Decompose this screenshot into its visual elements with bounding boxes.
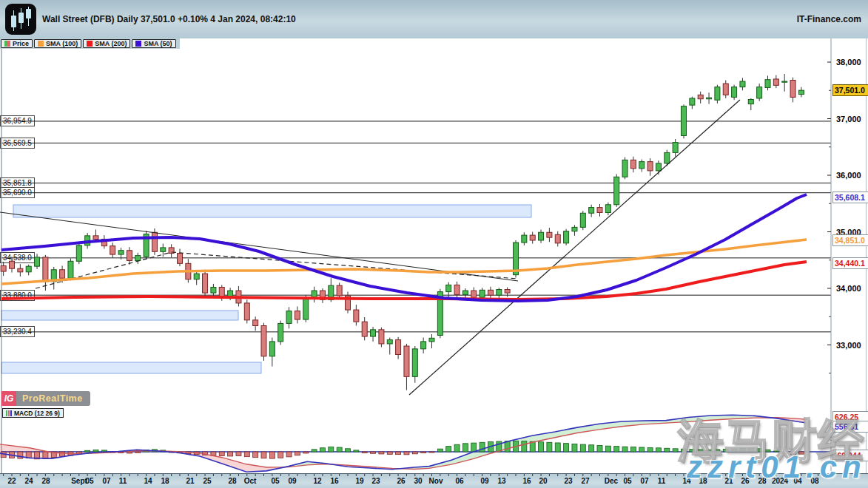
candle-body <box>798 90 804 94</box>
sma100-line <box>1 240 807 284</box>
macd-histogram-bar <box>421 452 426 453</box>
candle-body <box>656 163 661 171</box>
candle-body <box>371 330 376 336</box>
candle-body <box>161 248 166 251</box>
candle-body <box>404 346 409 376</box>
legend-sma100-button[interactable]: SMA (100) <box>34 39 81 48</box>
macd-histogram-bar <box>236 452 241 456</box>
date-label[interactable]: 11 <box>658 477 666 485</box>
macd-histogram-bar <box>127 452 132 453</box>
date-label[interactable]: 26 <box>397 477 405 485</box>
date-label[interactable]: 16 <box>522 477 531 485</box>
macd-histogram-bar <box>647 447 653 452</box>
axis-price-label: 33,000 <box>836 340 861 350</box>
date-label[interactable]: 28 <box>228 477 236 485</box>
candle-body <box>547 232 552 237</box>
candle-body <box>68 261 73 278</box>
candle-body <box>269 342 275 356</box>
candle-body <box>690 98 695 105</box>
macd-histogram-bar <box>597 445 602 452</box>
date-label[interactable]: 19 <box>355 477 363 485</box>
candle-body <box>446 285 451 291</box>
legend-sma200-button[interactable]: SMA (200) <box>83 39 130 48</box>
axis-price-label: 37,000 <box>836 114 861 124</box>
date-label[interactable]: 07 <box>640 477 648 485</box>
macd-histogram-bar <box>429 452 434 453</box>
candle-body <box>488 290 493 295</box>
legend-price-button[interactable]: Price <box>1 39 33 48</box>
date-label[interactable]: 13 <box>497 477 505 485</box>
macd-histogram-bar <box>379 452 384 454</box>
date-label[interactable]: 27 <box>581 477 589 485</box>
date-label[interactable]: Nov <box>429 477 443 485</box>
date-label[interactable]: 20 <box>539 477 547 485</box>
candle-body <box>454 285 460 294</box>
sma-value-badge: 34,851.0 <box>832 234 868 246</box>
candle-body <box>530 235 535 240</box>
chart-title: Wall Street (DFB) Daily 37,501.0 +0.10% … <box>42 0 296 38</box>
candle-body <box>379 330 384 344</box>
candle-body <box>630 160 636 168</box>
price-legend-row: Price SMA (100) SMA (200) SMA (50) <box>1 38 176 49</box>
macd-legend-button[interactable]: MACD (12 26 9) <box>2 408 64 418</box>
candle-body <box>76 245 81 261</box>
candle-body <box>286 311 292 324</box>
sma200-swatch-icon <box>87 41 92 47</box>
candle-body <box>10 261 15 268</box>
candle-body <box>480 290 485 297</box>
app-logo-icon <box>5 4 36 35</box>
date-label[interactable]: Dec <box>605 477 618 485</box>
candle-body <box>118 251 124 254</box>
date-label[interactable]: 14 <box>144 477 152 485</box>
date-label[interactable]: 11 <box>119 477 127 485</box>
trendline <box>409 100 740 395</box>
axis-price-label: 34,000 <box>836 283 861 294</box>
date-label[interactable]: 16 <box>330 477 338 485</box>
dashed-trendline <box>172 252 518 279</box>
sma-value-badge: 34,440.1 <box>832 257 868 269</box>
date-label[interactable]: 22 <box>7 477 16 485</box>
date-label[interactable]: Oct <box>244 477 257 485</box>
date-label[interactable]: 12 <box>313 477 321 485</box>
macd-histogram-bar <box>630 447 636 452</box>
candle-body <box>572 227 577 231</box>
macd-histogram-bar <box>437 449 443 452</box>
candle-body <box>152 232 157 251</box>
candle-body <box>471 291 477 297</box>
date-label[interactable]: 07 <box>102 477 110 485</box>
candle-body <box>732 87 737 98</box>
candle-body <box>60 270 65 278</box>
macd-histogram-bar <box>253 452 258 458</box>
candle-body <box>244 303 249 320</box>
date-label[interactable]: 28 <box>41 477 50 485</box>
date-label[interactable]: 23 <box>564 477 572 485</box>
date-label[interactable]: 18 <box>161 477 169 485</box>
legend-sma50-button[interactable]: SMA (50) <box>132 39 175 48</box>
candle-body <box>261 325 266 356</box>
sma100-swatch-icon <box>38 41 44 47</box>
date-label[interactable]: 25 <box>203 477 211 485</box>
candle-body <box>362 322 367 336</box>
date-label[interactable]: 23 <box>371 477 380 485</box>
date-label[interactable]: 05 <box>623 477 631 485</box>
candle-body <box>782 81 787 82</box>
date-label[interactable]: 05 <box>85 477 93 485</box>
candle-body <box>194 274 199 279</box>
macd-histogram-bar <box>656 448 661 452</box>
candle-body <box>412 349 417 376</box>
candle-body <box>765 80 770 88</box>
date-label[interactable]: 09 <box>480 477 488 485</box>
candle-body <box>303 298 309 319</box>
date-label[interactable]: 09 <box>288 477 296 485</box>
macd-histogram-bar <box>228 452 233 456</box>
chart-window: Wall Street (DFB) Daily 37,501.0 +0.10% … <box>0 0 868 488</box>
macd-histogram-bar <box>471 443 477 452</box>
prorealtime-logo[interactable]: IG ProRealTime <box>1 391 90 406</box>
date-label[interactable]: 05 <box>271 477 279 485</box>
candle-body <box>35 257 40 266</box>
date-label[interactable]: 21 <box>186 477 194 485</box>
macd-histogram-bar <box>85 450 90 452</box>
date-label[interactable]: 30 <box>414 477 422 485</box>
date-label[interactable]: 06 <box>455 477 463 485</box>
date-label[interactable]: 24 <box>24 477 33 485</box>
